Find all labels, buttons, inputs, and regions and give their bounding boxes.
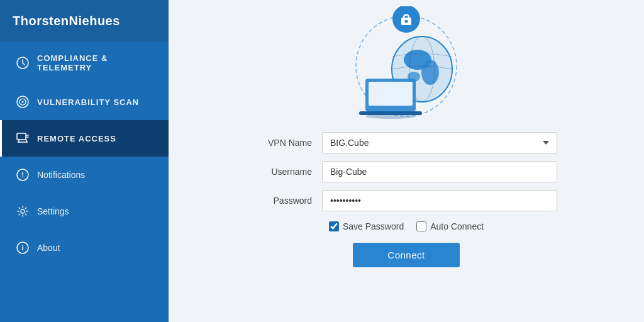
notifications-icon: ! — [16, 168, 30, 182]
password-row: Password — [255, 190, 557, 211]
svg-text:!: ! — [21, 171, 24, 179]
sidebar-item-vulnerability[interactable]: VULNERABILITY SCAN — [0, 84, 169, 120]
sidebar-item-remote-access[interactable]: REMOTE ACCESS — [0, 120, 169, 157]
sidebar-item-about-label: About — [37, 243, 60, 253]
svg-rect-21 — [369, 82, 413, 106]
remote-access-icon — [16, 131, 30, 145]
vpn-name-row: VPN Name BIG.Cube — [255, 132, 557, 153]
password-input[interactable] — [322, 190, 557, 211]
save-password-checkbox[interactable] — [329, 221, 339, 231]
sidebar-header: ThorstenNiehues — [0, 0, 169, 42]
checkbox-row: Save Password Auto Connect — [255, 221, 557, 231]
username-input[interactable] — [322, 161, 557, 182]
sidebar-item-settings-label: Settings — [37, 206, 69, 216]
auto-connect-checkbox[interactable] — [416, 221, 426, 231]
sidebar-item-settings[interactable]: Settings — [0, 193, 169, 230]
password-label: Password — [255, 196, 312, 206]
svg-rect-13 — [405, 20, 408, 23]
svg-text:i: i — [21, 244, 23, 252]
svg-point-3 — [22, 101, 24, 103]
username-row: Username — [255, 161, 557, 182]
svg-point-17 — [421, 60, 439, 85]
sidebar-item-compliance-label: COMPLIANCE & TELEMETRY — [37, 53, 155, 72]
auto-connect-group: Auto Connect — [416, 221, 484, 231]
vpn-illustration — [325, 6, 488, 126]
about-icon: i — [16, 241, 30, 255]
sidebar-item-notifications-label: Notifications — [37, 170, 85, 180]
username-label: Username — [255, 167, 312, 177]
save-password-label: Save Password — [343, 221, 404, 231]
svg-point-7 — [21, 209, 25, 213]
vpn-name-select[interactable]: BIG.Cube — [322, 132, 557, 153]
sidebar-item-compliance[interactable]: COMPLIANCE & TELEMETRY — [0, 42, 169, 84]
sidebar-nav: COMPLIANCE & TELEMETRY VULNERABILITY SCA… — [0, 42, 169, 266]
sidebar: ThorstenNiehues COMPLIANCE & TELEMETRY — [0, 0, 169, 322]
connect-button[interactable]: Connect — [353, 243, 459, 267]
svg-rect-4 — [17, 133, 26, 140]
settings-icon — [16, 204, 30, 218]
sidebar-item-about[interactable]: i About — [0, 230, 169, 266]
svg-point-23 — [365, 114, 416, 119]
auto-connect-label: Auto Connect — [430, 221, 484, 231]
vpn-form: VPN Name BIG.Cube Username Password Save… — [255, 132, 557, 267]
sidebar-item-remote-access-label: REMOTE ACCESS — [37, 134, 116, 143]
vpn-name-label: VPN Name — [255, 138, 312, 148]
sidebar-item-notifications[interactable]: ! Notifications — [0, 157, 169, 193]
compliance-icon — [16, 56, 30, 70]
vulnerability-icon — [16, 95, 30, 109]
sidebar-item-vulnerability-label: VULNERABILITY SCAN — [37, 97, 139, 107]
save-password-group: Save Password — [329, 221, 404, 231]
main-content: VPN Name BIG.Cube Username Password Save… — [169, 0, 644, 322]
